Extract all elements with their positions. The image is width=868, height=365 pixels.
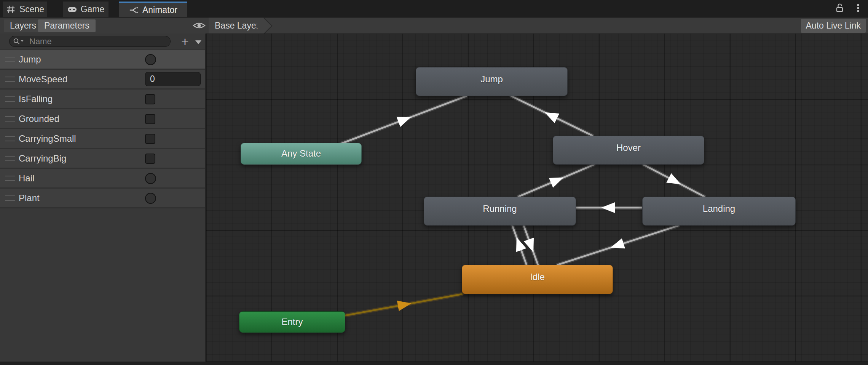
drag-handle-icon[interactable] [5, 156, 15, 161]
transition-arrowhead[interactable] [524, 238, 539, 254]
state-node-label: Running [424, 203, 576, 214]
parameter-name: MoveSpeed [19, 74, 67, 85]
drag-handle-icon[interactable] [5, 57, 15, 62]
add-parameter-button[interactable]: + [181, 34, 189, 50]
parameter-name: Jump [19, 54, 41, 65]
breadcrumb-base-layer[interactable]: Base Layer [209, 18, 264, 34]
parameter-row-jump[interactable]: Jump [0, 50, 205, 70]
parameter-name: IsFalling [19, 94, 53, 104]
animator-window: SceneGameAnimator Layers Parameters [0, 0, 868, 365]
state-node-hover[interactable]: Hover [553, 136, 704, 165]
float-value-field[interactable]: 0 [145, 72, 201, 86]
parameter-row-movespeed[interactable]: MoveSpeed0 [0, 70, 205, 90]
tab-label: Animator [142, 5, 177, 15]
animator-icon [129, 5, 139, 15]
tab-bar: SceneGameAnimator [0, 0, 868, 18]
bool-checkbox[interactable] [145, 114, 155, 124]
add-parameter-dropdown-icon[interactable] [195, 40, 201, 44]
state-node-jump[interactable]: Jump [416, 67, 568, 96]
parameter-name: Plant [19, 193, 40, 203]
kebab-menu-icon[interactable] [853, 3, 863, 15]
parameters-tab-button[interactable]: Parameters [38, 19, 96, 32]
window-bottom-edge [0, 362, 868, 365]
parameter-list: JumpMoveSpeed0IsFallingGroundedCarryingS… [0, 50, 205, 208]
layers-tab-button[interactable]: Layers [4, 19, 42, 32]
window-controls [834, 3, 863, 15]
search-input[interactable] [9, 36, 171, 47]
parameter-row-isfalling[interactable]: IsFalling [0, 90, 205, 109]
drag-handle-icon[interactable] [5, 195, 15, 201]
tab-game[interactable]: Game [63, 2, 108, 17]
transition-arrowhead[interactable] [601, 202, 615, 213]
trigger-radio[interactable] [145, 54, 156, 65]
parameters-panel: + JumpMoveSpeed0IsFallingGroundedCarryin… [0, 34, 206, 365]
parameter-row-hail[interactable]: Hail [0, 169, 205, 189]
eye-icon[interactable] [193, 21, 206, 32]
bool-checkbox[interactable] [145, 134, 155, 144]
trigger-radio[interactable] [145, 193, 156, 204]
state-node-label: Jump [416, 74, 567, 85]
bool-checkbox[interactable] [145, 154, 155, 164]
state-machine-graph[interactable]: JumpAny StateHoverRunningLandingIdleEntr… [206, 34, 868, 365]
bool-checkbox[interactable] [145, 94, 155, 104]
parameter-row-carryingsmall[interactable]: CarryingSmall [0, 129, 205, 149]
trigger-radio[interactable] [145, 173, 156, 184]
drag-handle-icon[interactable] [5, 176, 15, 181]
tab-animator[interactable]: Animator [119, 2, 187, 17]
parameter-row-carryingbig[interactable]: CarryingBig [0, 149, 205, 169]
drag-handle-icon[interactable] [5, 96, 15, 102]
state-node-label: Hover [553, 142, 704, 153]
lock-open-icon[interactable] [834, 3, 845, 15]
state-node-running[interactable]: Running [424, 197, 576, 226]
state-node-label: Entry [239, 317, 345, 327]
state-node-any-state[interactable]: Any State [241, 143, 362, 165]
parameter-name: CarryingSmall [19, 133, 76, 144]
tab-label: Game [81, 4, 105, 14]
gamepad-icon [67, 4, 77, 14]
parameter-name: Hail [19, 173, 34, 184]
parameter-row-grounded[interactable]: Grounded [0, 109, 205, 129]
transition-arrowhead[interactable] [549, 173, 566, 188]
toolbar: Layers Parameters Base Layer Auto Live L… [0, 18, 868, 34]
transition-arrowhead[interactable] [512, 235, 527, 252]
drag-handle-icon[interactable] [5, 136, 15, 141]
parameter-search-row: + [0, 34, 205, 50]
drag-handle-icon[interactable] [5, 77, 15, 82]
state-node-label: Any State [241, 148, 361, 159]
parameter-name: Grounded [19, 114, 59, 124]
state-node-idle[interactable]: Idle [462, 265, 613, 294]
drag-handle-icon[interactable] [5, 116, 15, 122]
grid-icon [6, 4, 16, 14]
tab-scene[interactable]: Scene [3, 2, 47, 17]
parameter-row-plant[interactable]: Plant [0, 189, 205, 208]
transition-arrowhead[interactable] [397, 112, 413, 127]
auto-live-link-button[interactable]: Auto Live Link [801, 19, 866, 33]
state-node-entry[interactable]: Entry [239, 311, 345, 333]
transition-arrowhead[interactable] [666, 173, 683, 189]
state-node-label: Landing [643, 203, 795, 214]
parameter-name: CarryingBig [19, 153, 66, 164]
tab-label: Scene [19, 4, 44, 14]
state-node-landing[interactable]: Landing [642, 197, 796, 226]
state-node-label: Idle [462, 272, 613, 282]
transition-arrowhead[interactable] [542, 107, 559, 123]
